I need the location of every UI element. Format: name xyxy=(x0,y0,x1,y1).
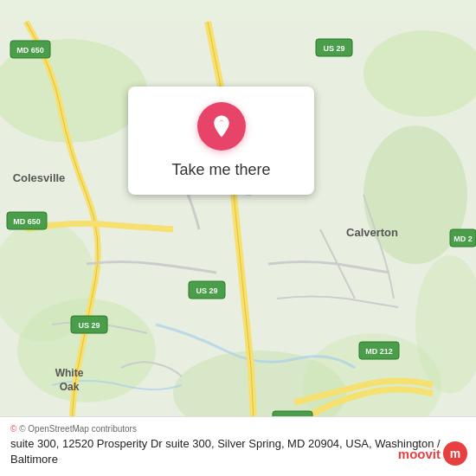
svg-text:Calverton: Calverton xyxy=(346,226,398,239)
svg-text:MD 650: MD 650 xyxy=(16,46,44,55)
moovit-icon-circle: m xyxy=(443,441,467,466)
map-container: MD 650 MD 650 US 29 US 29 US 29 MD 212 M… xyxy=(0,0,476,476)
svg-text:MD 650: MD 650 xyxy=(13,217,41,226)
map-attribution: © © OpenStreetMap contributors xyxy=(10,424,466,434)
svg-text:US 29: US 29 xyxy=(323,44,344,53)
attribution-text: © OpenStreetMap contributors xyxy=(19,424,137,434)
svg-text:Oak: Oak xyxy=(60,381,80,393)
take-me-there-button[interactable]: Take me there xyxy=(171,161,270,179)
moovit-m-letter: m xyxy=(450,447,460,460)
svg-text:Colesville: Colesville xyxy=(13,171,66,184)
map-background: MD 650 MD 650 US 29 US 29 US 29 MD 212 M… xyxy=(0,0,476,476)
navigation-card: Take me there xyxy=(128,87,314,195)
svg-text:MD 212: MD 212 xyxy=(365,347,393,356)
moovit-text: moovit xyxy=(398,447,441,461)
location-pin-icon xyxy=(209,113,235,139)
svg-text:White: White xyxy=(55,367,84,379)
pin-icon-container xyxy=(197,102,246,151)
svg-text:US 29: US 29 xyxy=(196,286,217,295)
svg-text:MD 2: MD 2 xyxy=(453,235,473,243)
svg-text:US 29: US 29 xyxy=(78,321,100,330)
moovit-logo: moovit m xyxy=(398,441,467,466)
